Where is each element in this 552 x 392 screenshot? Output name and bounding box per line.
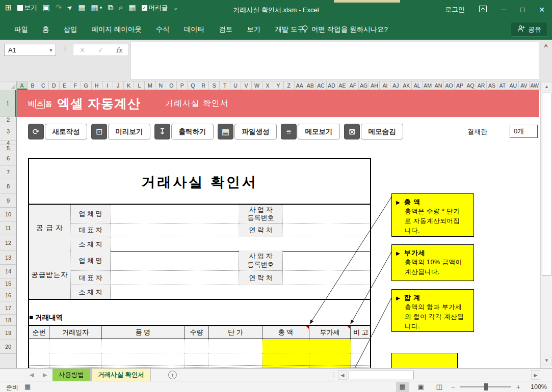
page-break-view-icon[interactable]: ◫: [433, 382, 446, 392]
row-header[interactable]: 12: [0, 235, 16, 250]
column-header[interactable]: AS: [487, 81, 497, 90]
column-header[interactable]: H: [92, 81, 102, 90]
qat-more-icon[interactable]: ⌄: [173, 5, 178, 11]
row-header[interactable]: 15: [0, 278, 16, 289]
boundaries-icon[interactable]: ⊞: [5, 3, 12, 12]
supplier-label-cell[interactable]: 공 급 자: [29, 205, 71, 251]
zoom-in-icon[interactable]: +: [516, 383, 520, 391]
receiver-ceo-input-cell[interactable]: [111, 271, 239, 285]
receiver-bizno-input-cell[interactable]: [283, 250, 372, 271]
row-header[interactable]: 20: [0, 340, 16, 354]
col-note[interactable]: 비 고: [351, 326, 371, 339]
column-header[interactable]: AD: [327, 81, 337, 90]
redo-icon[interactable]: ↷: [56, 3, 62, 12]
page-layout-view-icon[interactable]: ▣: [414, 382, 428, 392]
ribbon-tab[interactable]: 보기: [240, 19, 268, 40]
ceo-label[interactable]: 대 표 자: [71, 271, 111, 285]
ribbon-tab[interactable]: 검토: [212, 19, 240, 40]
next-sheet-icon[interactable]: ▶: [43, 372, 47, 378]
print-preview-icon[interactable]: ⌕: [119, 3, 123, 12]
share-button[interactable]: 공유: [511, 22, 548, 37]
company-name-label[interactable]: 업 체 명: [71, 205, 111, 223]
column-header[interactable]: AB: [305, 81, 316, 90]
new-document-button[interactable]: ⟳ 새로작성: [28, 124, 87, 139]
tabbar-handle[interactable]: ⋮: [330, 371, 336, 378]
contact-label[interactable]: 연 락 처: [239, 271, 283, 285]
total-cell[interactable]: [262, 339, 309, 353]
formula-bar-handle[interactable]: ⋮: [62, 45, 68, 52]
column-header[interactable]: F: [70, 81, 81, 90]
enter-icon[interactable]: ✓: [98, 46, 103, 54]
row-header[interactable]: 16: [0, 289, 16, 301]
row-header[interactable]: 6: [0, 151, 16, 165]
column-header[interactable]: A: [17, 81, 28, 90]
row-header[interactable]: 10: [0, 208, 16, 221]
ribbon-tab[interactable]: 데이터: [177, 19, 212, 40]
cursor-select-icon[interactable]: ➤: [66, 3, 74, 12]
column-header[interactable]: AC: [316, 81, 327, 90]
cancel-icon[interactable]: ✕: [80, 46, 85, 54]
ribbon-tab[interactable]: 홈: [35, 19, 57, 40]
column-header[interactable]: E: [60, 81, 70, 90]
protect-sheet-icon[interactable]: ▦: [128, 3, 136, 12]
sheet-tab-confirmation[interactable]: 거래사실 확인서: [91, 369, 151, 381]
row-header[interactable]: 11: [0, 221, 16, 235]
address-label[interactable]: 소 재 지: [71, 285, 111, 299]
company-name-label[interactable]: 업 체 명: [71, 250, 111, 271]
column-header[interactable]: V: [241, 81, 252, 90]
row-header[interactable]: 5: [0, 145, 16, 151]
column-header[interactable]: Z: [284, 81, 295, 90]
supplier-bizno-input-cell[interactable]: [283, 205, 372, 223]
supplier-company-input-cell[interactable]: [111, 205, 239, 223]
scroll-up-icon[interactable]: ▲: [542, 82, 551, 91]
column-header[interactable]: B: [28, 81, 38, 90]
column-header[interactable]: N: [155, 81, 166, 90]
unit-price-cell[interactable]: [209, 339, 262, 353]
ribbon-tab[interactable]: 페이지 레이아웃: [85, 19, 149, 40]
column-header[interactable]: AP: [455, 81, 465, 90]
business-number-label[interactable]: 사 업 자등록번호: [239, 205, 283, 223]
prev-sheet-icon[interactable]: ◀: [30, 372, 34, 378]
sheet-tab-usage[interactable]: 사용방법: [52, 369, 91, 381]
row-header[interactable]: 2: [0, 117, 16, 122]
vat-cell[interactable]: [309, 339, 351, 353]
note-cell[interactable]: [351, 339, 371, 353]
column-header[interactable]: Y: [273, 81, 284, 90]
row-header[interactable]: 7: [0, 165, 16, 179]
column-header[interactable]: U: [230, 81, 241, 90]
row-header[interactable]: 13: [0, 250, 16, 265]
tell-me-box[interactable]: 어떤 작업을 원하시나요?: [295, 19, 395, 40]
scroll-down-icon[interactable]: ▼: [542, 356, 551, 365]
column-header[interactable]: M: [145, 81, 155, 90]
worksheet-grid[interactable]: 비즈폼 엑셀 자동계산 거래사실 확인서 ⟳ 새로작성 ⊡ 미리보기 ↧ 출력하…: [17, 90, 540, 368]
table-icon[interactable]: ▦: [78, 3, 85, 12]
column-header[interactable]: AT: [497, 81, 508, 90]
column-header[interactable]: G: [81, 81, 92, 90]
row-header[interactable]: 14: [0, 265, 16, 278]
close-button[interactable]: ✕: [539, 6, 545, 14]
col-vat[interactable]: 부가세: [309, 326, 351, 339]
supplier-address-input-cell[interactable]: [111, 237, 372, 251]
col-total[interactable]: 총 액: [262, 326, 309, 339]
ribbon-tab[interactable]: 수식: [149, 19, 177, 40]
supplier-contact-input-cell[interactable]: [283, 223, 372, 237]
column-header[interactable]: AI: [380, 81, 390, 90]
column-header[interactable]: D: [49, 81, 60, 90]
login-button[interactable]: 로그인: [445, 5, 465, 14]
column-header[interactable]: AL: [412, 81, 423, 90]
scroll-right-icon[interactable]: ▶: [531, 370, 540, 380]
column-header[interactable]: I: [102, 81, 113, 90]
column-header[interactable]: AV: [519, 81, 530, 90]
address-label[interactable]: 소 재 지: [71, 237, 111, 251]
column-header[interactable]: AJ: [390, 81, 401, 90]
name-box-dropdown-icon[interactable]: ▾: [46, 47, 56, 53]
item-cell[interactable]: [102, 339, 185, 353]
normal-view-icon[interactable]: ▦: [396, 382, 409, 392]
seq-cell[interactable]: [29, 339, 49, 353]
column-header[interactable]: AA: [295, 81, 305, 90]
column-header[interactable]: AR: [476, 81, 487, 90]
column-header[interactable]: T: [220, 81, 230, 90]
business-number-label[interactable]: 사 업 자등록번호: [239, 250, 283, 271]
contact-label[interactable]: 연 락 처: [239, 223, 283, 237]
column-header[interactable]: AE: [337, 81, 348, 90]
